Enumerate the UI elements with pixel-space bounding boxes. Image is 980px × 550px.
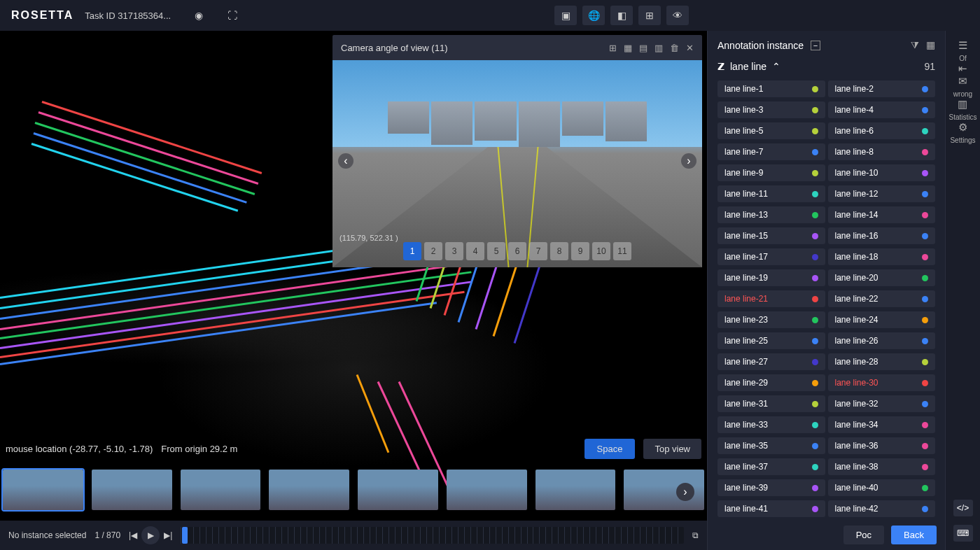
- thumbnail[interactable]: [447, 470, 527, 510]
- instance-item[interactable]: lane line-35: [718, 437, 825, 454]
- camera-page-button[interactable]: 1: [403, 242, 421, 260]
- timeline-playhead[interactable]: [182, 527, 188, 544]
- instance-item[interactable]: lane line-40: [828, 479, 936, 496]
- camera-page-button[interactable]: 2: [424, 242, 442, 260]
- viewport-3d[interactable]: Camera angle of view (11) ⊞ ▦ ▤ ▥ 🗑 ✕: [0, 31, 707, 550]
- camera-next-button[interactable]: ›: [681, 153, 696, 169]
- top-view-button[interactable]: Top view: [643, 439, 701, 459]
- instance-item[interactable]: lane line-12: [828, 185, 936, 202]
- layout-3-icon[interactable]: ▤: [639, 43, 648, 53]
- timeline-track[interactable]: [181, 527, 684, 544]
- list-icon[interactable]: ▦: [926, 39, 935, 51]
- poc-button[interactable]: Poc: [844, 526, 884, 544]
- thumbnail[interactable]: [181, 470, 261, 510]
- instance-item[interactable]: lane line-27: [718, 353, 825, 370]
- prev-frame-button[interactable]: |◀: [129, 530, 137, 540]
- collapse-icon[interactable]: −: [811, 41, 820, 50]
- instance-item[interactable]: lane line-9: [718, 164, 825, 181]
- camera-page-button[interactable]: 4: [466, 242, 484, 260]
- camera-page-button[interactable]: 9: [571, 242, 589, 260]
- rail-item[interactable]: ⚙Settings: [948, 121, 976, 144]
- layout-4-icon[interactable]: ▥: [654, 43, 663, 53]
- instance-item[interactable]: lane line-42: [828, 500, 936, 517]
- panel-icon[interactable]: ◧: [610, 6, 633, 25]
- instance-item[interactable]: lane line-11: [718, 185, 825, 202]
- code-icon[interactable]: </>: [953, 500, 973, 516]
- rail-item[interactable]: ✉wrong: [948, 75, 976, 98]
- instance-item[interactable]: lane line-6: [828, 122, 936, 139]
- rail-item[interactable]: ▥Statistics: [948, 98, 976, 121]
- instance-item[interactable]: lane line-34: [828, 416, 936, 433]
- instance-item[interactable]: lane line-38: [828, 458, 936, 475]
- instance-item[interactable]: lane line-26: [828, 332, 936, 349]
- camera-prev-button[interactable]: ‹: [338, 153, 354, 169]
- instance-item[interactable]: lane line-28: [828, 353, 936, 370]
- fullscreen-icon[interactable]: ⛶: [221, 6, 244, 25]
- eye-icon[interactable]: 👁: [666, 6, 689, 25]
- camera-page-button[interactable]: 11: [613, 242, 631, 260]
- thumbnail[interactable]: [3, 470, 83, 510]
- instance-item[interactable]: lane line-4: [828, 101, 936, 118]
- globe-icon[interactable]: 🌐: [582, 6, 605, 25]
- grid-layout-icon[interactable]: ⊞: [609, 43, 617, 53]
- grid-icon[interactable]: ⊞: [638, 6, 661, 25]
- instance-item[interactable]: lane line-16: [828, 227, 936, 244]
- play-button[interactable]: ▶: [141, 526, 160, 544]
- instance-item[interactable]: lane line-29: [718, 374, 825, 391]
- instance-item[interactable]: lane line-20: [828, 269, 936, 286]
- camera-page-button[interactable]: 7: [529, 242, 547, 260]
- space-button[interactable]: Space: [584, 439, 636, 459]
- close-icon[interactable]: ✕: [686, 43, 694, 53]
- instance-item[interactable]: lane line-36: [828, 437, 936, 454]
- camera-panel-header[interactable]: Camera angle of view (11) ⊞ ▦ ▤ ▥ 🗑 ✕: [332, 35, 702, 60]
- instance-item[interactable]: lane line-15: [718, 227, 825, 244]
- instance-item[interactable]: lane line-7: [718, 143, 825, 160]
- instance-item[interactable]: lane line-32: [828, 395, 936, 412]
- instance-item[interactable]: lane line-1: [718, 80, 825, 97]
- instance-item[interactable]: lane line-24: [828, 311, 936, 328]
- instance-item[interactable]: lane line-10: [828, 164, 936, 181]
- category-header[interactable]: 𝗭 lane line ⌃ 91: [718, 61, 935, 72]
- instance-item[interactable]: lane line-30: [828, 374, 936, 391]
- instance-item[interactable]: lane line-17: [718, 248, 825, 265]
- thumbnail[interactable]: [358, 470, 438, 510]
- instance-item[interactable]: lane line-33: [718, 416, 825, 433]
- instance-item[interactable]: lane line-3: [718, 101, 825, 118]
- layout-2-icon[interactable]: ▦: [624, 43, 632, 53]
- instance-item[interactable]: lane line-41: [718, 500, 825, 517]
- rail-item[interactable]: ☰Of: [948, 39, 976, 62]
- instance-item[interactable]: lane line-31: [718, 395, 825, 412]
- thumbnail[interactable]: [92, 470, 172, 510]
- viewport-icon[interactable]: ▣: [554, 6, 577, 25]
- trash-icon[interactable]: 🗑: [670, 43, 679, 53]
- camera-page-button[interactable]: 10: [592, 242, 610, 260]
- instance-item[interactable]: lane line-5: [718, 122, 825, 139]
- thumbnail-next-button[interactable]: ›: [676, 483, 694, 501]
- camera-view[interactable]: (115.79, 522.31 ) ‹ › 1234567891011: [332, 60, 702, 267]
- thumbnail[interactable]: [536, 470, 616, 510]
- instance-item[interactable]: lane line-18: [828, 248, 936, 265]
- back-button[interactable]: Back: [891, 526, 937, 544]
- keyboard-icon[interactable]: ⌨: [953, 525, 973, 542]
- instance-item[interactable]: lane line-19: [718, 269, 825, 286]
- instance-item[interactable]: lane line-37: [718, 458, 825, 475]
- instance-item[interactable]: lane line-8: [828, 143, 936, 160]
- instance-item[interactable]: lane line-39: [718, 479, 825, 496]
- instance-item[interactable]: lane line-21: [718, 290, 825, 307]
- instance-item[interactable]: lane line-13: [718, 206, 825, 223]
- instance-item[interactable]: lane line-2: [828, 80, 936, 97]
- instance-item[interactable]: lane line-23: [718, 311, 825, 328]
- camera-icon[interactable]: ◉: [188, 6, 210, 25]
- camera-page-button[interactable]: 6: [508, 242, 526, 260]
- instance-item[interactable]: lane line-22: [828, 290, 936, 307]
- instance-item[interactable]: lane line-14: [828, 206, 936, 223]
- camera-page-button[interactable]: 5: [487, 242, 505, 260]
- thumbnail[interactable]: [269, 470, 349, 510]
- instance-item[interactable]: lane line-25: [718, 332, 825, 349]
- camera-page-button[interactable]: 8: [550, 242, 568, 260]
- rail-item[interactable]: ⇤: [948, 62, 976, 75]
- filter-icon[interactable]: ⧩: [911, 39, 919, 51]
- camera-page-button[interactable]: 3: [445, 242, 463, 260]
- timeline-menu-icon[interactable]: ⧉: [692, 530, 699, 540]
- next-frame-button[interactable]: ▶|: [164, 530, 172, 540]
